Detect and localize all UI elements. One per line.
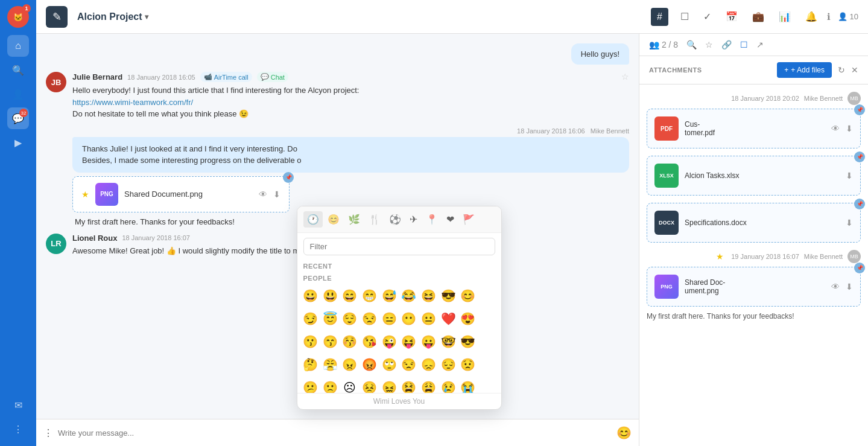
emoji-item[interactable]: 😤 — [320, 355, 340, 374]
emoji-tab-symbols[interactable]: ❤ — [443, 211, 458, 228]
emoji-item[interactable]: 😏 — [301, 310, 320, 328]
attachment-pin: 📌 — [854, 104, 865, 115]
emoji-item[interactable]: 😍 — [458, 310, 478, 328]
emoji-tab-nature[interactable]: 🌿 — [344, 211, 364, 228]
emoji-item[interactable]: 😘 — [360, 333, 379, 351]
emoji-item[interactable]: 😣 — [360, 378, 379, 393]
download-icon-2[interactable]: ⬇ — [846, 171, 853, 180]
download-icon-4[interactable]: ⬇ — [846, 282, 853, 291]
sidebar-item-home[interactable]: ⌂ — [7, 35, 29, 57]
panel-expand-icon[interactable]: ↗ — [756, 40, 764, 49]
topnav-check-icon[interactable]: ✓ — [701, 8, 714, 25]
emoji-item[interactable]: 😎 — [439, 287, 458, 305]
sidebar-item-mail[interactable]: ✉ — [7, 394, 29, 416]
emoji-item[interactable]: 😢 — [439, 378, 458, 393]
download-icon-3[interactable]: ⬇ — [846, 218, 853, 228]
topnav-calendar-icon[interactable]: 📅 — [723, 8, 740, 25]
emoji-item[interactable]: 🤔 — [301, 355, 320, 374]
star-icon-4[interactable]: ★ — [716, 252, 724, 261]
emoji-item[interactable]: 😊 — [458, 287, 478, 305]
emoji-item[interactable]: 😛 — [419, 333, 439, 351]
sidebar-item-more[interactable]: ⋮ — [7, 418, 29, 440]
panel-search-icon[interactable]: 🔍 — [686, 40, 697, 49]
emoji-tab-recent[interactable]: 🕐 — [303, 211, 323, 228]
emoji-item[interactable]: 😜 — [379, 333, 399, 351]
emoji-item[interactable]: 😩 — [419, 378, 439, 393]
emoji-item[interactable]: 😕 — [301, 378, 320, 393]
emoji-item[interactable]: ☹ — [340, 378, 360, 393]
emoji-item[interactable]: 😝 — [399, 333, 419, 351]
topnav-briefcase-icon[interactable]: 💼 — [750, 8, 767, 25]
emoji-item[interactable]: 😠 — [340, 355, 360, 374]
emoji-item[interactable]: 😒 — [360, 310, 379, 328]
emoji-item[interactable]: 😂 — [399, 287, 419, 305]
user-avatar[interactable]: 🐱 1 — [7, 6, 29, 28]
topnav-bell-icon[interactable]: 🔔 — [803, 8, 820, 25]
emoji-item[interactable]: 😄 — [340, 287, 360, 305]
emoji-item[interactable]: 😡 — [360, 355, 379, 374]
emoji-grid-row4: 🤔 😤 😠 😡 🙄 😒 😞 😔 😟 — [297, 353, 501, 376]
emoji-item[interactable]: 😌 — [340, 310, 360, 328]
emoji-item[interactable]: 😞 — [419, 355, 439, 374]
emoji-tab-sports[interactable]: ⚽ — [385, 211, 405, 228]
emoji-item[interactable]: 😟 — [458, 355, 478, 374]
message-link[interactable]: https://www.wimi-teamwork.com/fr/ — [72, 98, 193, 107]
refresh-icon[interactable]: ↻ — [838, 65, 845, 75]
emoji-item[interactable]: 😃 — [320, 287, 340, 305]
emoji-tab-food[interactable]: 🍴 — [365, 211, 384, 228]
emoji-item[interactable]: 😒 — [399, 355, 419, 374]
message-input[interactable] — [58, 428, 612, 438]
emoji-item[interactable]: 😇 — [320, 310, 340, 328]
emoji-item[interactable]: 😅 — [379, 287, 399, 305]
emoji-tab-people[interactable]: 😊 — [324, 211, 343, 228]
emoji-item[interactable]: 😫 — [399, 378, 419, 393]
emoji-item[interactable]: 🙁 — [320, 378, 340, 393]
panel-header: 👥 2 / 8 🔍 ☆ 🔗 ☐ ↗ — [639, 34, 868, 56]
emoji-item[interactable]: 😗 — [301, 333, 320, 351]
emoji-filter-input[interactable] — [303, 238, 495, 255]
sidebar-item-messages[interactable]: 💬 32 — [7, 107, 29, 129]
panel-star-icon[interactable]: ☆ — [705, 40, 713, 49]
emoji-item[interactable]: 😙 — [320, 333, 340, 351]
download-icon[interactable]: ⬇ — [273, 190, 280, 199]
menu-dots-icon[interactable]: ⋮ — [43, 427, 53, 439]
emoji-item[interactable]: 😐 — [419, 310, 439, 328]
project-title[interactable]: Alcion Project ▾ — [77, 11, 148, 22]
emoji-item[interactable]: 😶 — [399, 310, 419, 328]
project-dropdown-chevron[interactable]: ▾ — [145, 13, 148, 21]
add-files-button[interactable]: + + Add files — [777, 62, 832, 78]
view-icon-4[interactable]: 👁 — [831, 282, 840, 291]
sidebar-item-video[interactable]: ▶ — [7, 132, 29, 153]
sidebar-item-contacts[interactable]: 👤 — [7, 83, 29, 105]
emoji-item[interactable]: 😚 — [340, 333, 360, 351]
attachment-star[interactable]: ★ — [81, 190, 89, 199]
sidebar-item-search[interactable]: 🔍 — [7, 59, 29, 81]
message-text: Hello guys! — [581, 49, 619, 59]
emoji-item[interactable]: 😁 — [360, 287, 379, 305]
download-icon-1[interactable]: ⬇ — [846, 124, 853, 133]
topnav-file-icon[interactable]: ☐ — [678, 8, 691, 25]
emoji-item[interactable]: 😭 — [458, 378, 478, 393]
emoji-tab-flags[interactable]: 🚩 — [459, 211, 478, 228]
star-button[interactable]: ☆ — [621, 72, 629, 81]
emoji-item[interactable]: 😎 — [458, 333, 478, 351]
close-icon[interactable]: ✕ — [851, 65, 858, 75]
topnav-hash-icon[interactable]: # — [651, 8, 668, 26]
emoji-item[interactable]: 🙄 — [379, 355, 399, 374]
emoji-button[interactable]: 😊 — [616, 425, 632, 440]
emoji-item[interactable]: 😔 — [439, 355, 458, 374]
emoji-tab-places[interactable]: 📍 — [422, 211, 442, 228]
emoji-item[interactable]: ❤️ — [439, 310, 458, 328]
emoji-item[interactable]: 😑 — [379, 310, 399, 328]
topnav-chart-icon[interactable]: 📊 — [776, 8, 793, 25]
view-icon-1[interactable]: 👁 — [831, 124, 840, 133]
emoji-item[interactable]: 😆 — [419, 287, 439, 305]
emoji-item[interactable]: 😀 — [301, 287, 320, 305]
panel-file-icon[interactable]: ☐ — [740, 40, 748, 49]
panel-link-icon[interactable]: 🔗 — [721, 40, 732, 49]
emoji-item[interactable]: 🤓 — [439, 333, 458, 351]
info-icon[interactable]: ℹ — [827, 11, 831, 22]
emoji-tab-travel[interactable]: ✈ — [406, 211, 421, 228]
emoji-item[interactable]: 😖 — [379, 378, 399, 393]
view-icon[interactable]: 👁 — [259, 190, 267, 199]
